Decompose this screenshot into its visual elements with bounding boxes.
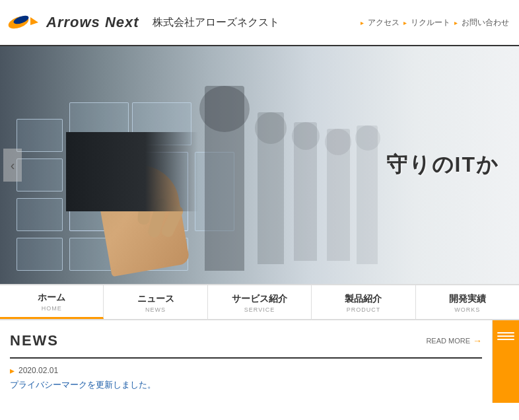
news-divider <box>10 357 482 359</box>
sidebar-line-1 <box>497 332 514 333</box>
nav-service[interactable]: サービス紹介 SERVICE <box>208 285 312 319</box>
nav-home-jp: ホーム <box>38 292 65 304</box>
logo-icon <box>7 11 38 34</box>
news-title: NEWS <box>10 332 59 349</box>
hero-prev-button[interactable]: ‹ <box>3 149 22 182</box>
recruit-link[interactable]: リクルート <box>411 17 450 28</box>
hero-text: 守りのITか <box>386 151 499 180</box>
nav-service-jp: サービス紹介 <box>232 293 287 305</box>
nav-product[interactable]: 製品紹介 PRODUCT <box>312 285 415 319</box>
bullet-1: ▸ <box>361 19 364 26</box>
sidebar-line-2 <box>497 335 514 337</box>
svg-marker-2 <box>30 17 38 25</box>
header: Arrows Next 株式会社アローズネクスト ▸ アクセス ▸ リクルート … <box>0 0 519 46</box>
nav-works-jp: 開発実績 <box>449 293 486 305</box>
header-right: ▸ アクセス ▸ リクルート ▸ お問い合わせ <box>361 17 509 28</box>
nav-news-en: NEWS <box>145 306 166 313</box>
nav-product-jp: 製品紹介 <box>345 293 382 305</box>
sidebar-lines <box>493 327 519 345</box>
read-more-arrow-icon: → <box>473 335 482 346</box>
main-nav: ホーム HOME ニュース NEWS サービス紹介 SERVICE 製品紹介 P… <box>0 284 519 320</box>
access-link[interactable]: アクセス <box>368 17 399 28</box>
nav-product-en: PRODUCT <box>347 306 381 313</box>
nav-works-en: WORKS <box>454 306 480 313</box>
news-item-link[interactable]: プライバシーマークを更新しました。 <box>10 380 156 390</box>
hero-banner: 守りのITか ‹ <box>0 46 519 284</box>
read-more-link[interactable]: READ MORE → <box>426 335 482 346</box>
news-header: NEWS READ MORE → <box>10 332 482 349</box>
contact-link[interactable]: お問い合わせ <box>462 17 509 28</box>
read-more-label: READ MORE <box>426 337 470 345</box>
company-name: 株式会社アローズネクスト <box>153 16 279 30</box>
nav-home-en: HOME <box>42 305 62 312</box>
nav-service-en: SERVICE <box>244 306 275 313</box>
news-date-bullet: ▸ <box>10 365 15 376</box>
main-content: NEWS READ MORE → ▸ 2020.02.01 プライバシーマークを… <box>0 320 519 403</box>
nav-works[interactable]: 開発実績 WORKS <box>416 285 519 319</box>
nav-home[interactable]: ホーム HOME <box>0 285 104 319</box>
news-date: ▸ 2020.02.01 <box>10 365 482 376</box>
logo-text: Arrows Next <box>46 14 139 31</box>
sidebar-line-3 <box>497 339 514 340</box>
news-section: NEWS READ MORE → ▸ 2020.02.01 プライバシーマークを… <box>0 320 493 403</box>
bullet-2: ▸ <box>403 19 407 26</box>
nav-news[interactable]: ニュース NEWS <box>104 285 207 319</box>
nav-news-jp: ニュース <box>137 293 174 305</box>
sidebar <box>493 320 519 403</box>
bullet-3: ▸ <box>454 19 458 26</box>
header-left: Arrows Next 株式会社アローズネクスト <box>7 11 279 34</box>
news-item-date: 2020.02.01 <box>18 366 58 375</box>
